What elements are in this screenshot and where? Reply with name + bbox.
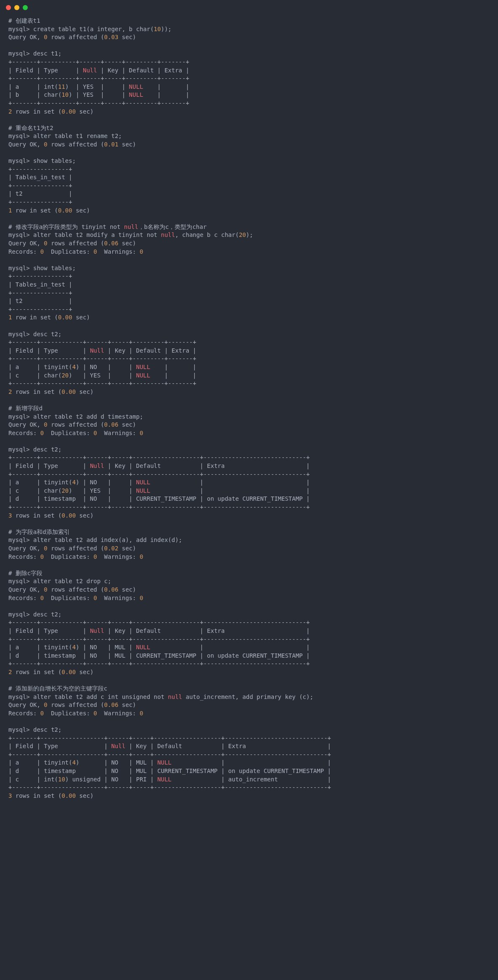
terminal-line: +----------------+ [8, 289, 490, 297]
terminal-line: +-------+------------------+------+-----… [8, 751, 490, 759]
minimize-icon[interactable] [14, 5, 19, 10]
mysql-prompt: mysql> [8, 611, 33, 618]
terminal-text: 0.00 [58, 314, 72, 321]
terminal-line: | Field | Type | Null | Key | Default | … [8, 347, 490, 355]
table-border: +-------+------------+------+-----+-----… [8, 454, 310, 461]
terminal-text: ) unsigned | NO | PRI | [65, 776, 157, 783]
terminal-text: 0 [93, 248, 97, 255]
terminal-text: desc t2; [33, 331, 61, 337]
table-border: +-------+----------+------+-----+-------… [8, 75, 189, 82]
terminal-text: NULL [136, 487, 150, 494]
close-icon[interactable] [6, 5, 11, 10]
terminal-text: )); [161, 26, 171, 32]
terminal-text: desc t2; [33, 726, 61, 733]
terminal-line [8, 602, 490, 611]
terminal-line: | a | tinyint(4) | NO | MUL | NULL | | [8, 643, 490, 652]
comment-text: # 删除c字段 [8, 570, 42, 576]
terminal-text: | Key | Default | Extra | [104, 627, 310, 634]
terminal-text: sec) [76, 388, 93, 395]
terminal-text: 0 [93, 595, 97, 601]
terminal-text: Null [111, 743, 125, 749]
terminal-line [8, 149, 490, 157]
terminal-line: mysql> alter table t2 add c int unsigned… [8, 693, 490, 701]
table-border: +-------+------------+------+-----+-----… [8, 380, 196, 387]
table-border: +-------+------------+------+-----+-----… [8, 636, 310, 643]
terminal-text: 0.06 [104, 421, 119, 428]
mysql-prompt: mysql> [8, 265, 33, 271]
terminal-text: 0 [140, 430, 143, 436]
terminal-text: 20 [61, 372, 69, 379]
terminal-text: rows in set ( [12, 792, 61, 799]
terminal-text: ) | NO | MUL | [76, 759, 157, 766]
terminal-text: rows affected ( [48, 586, 104, 593]
terminal-line: mysql> show tables; [8, 264, 490, 273]
table-row: | Tables_in_test | [8, 174, 72, 181]
terminal-text: Query OK, [8, 141, 44, 148]
terminal-line: Query OK, 0 rows affected (0.06 sec) [8, 239, 490, 248]
terminal-text: Records: [8, 595, 40, 601]
table-header: | Field | Type | [8, 743, 111, 749]
terminal-text: 0 [44, 240, 47, 247]
terminal-line: # 修改字段a的字段类型为 tinyint not null，b名称为c，类型为… [8, 223, 490, 231]
terminal-text: | | [150, 479, 310, 486]
table-border: +-------+------------+------+-----+-----… [8, 504, 310, 510]
terminal-text: | | [172, 759, 331, 766]
terminal-text: Duplicates: [44, 248, 93, 255]
terminal-text: Query OK, [8, 34, 44, 40]
comment-text: # 新增字段d [8, 405, 42, 412]
table-border: +----------------+ [8, 182, 72, 189]
terminal-text: NULL [129, 91, 143, 98]
terminal-text: ) | NO | | [76, 479, 136, 486]
mysql-prompt: mysql> [8, 726, 33, 733]
terminal-text: 10 [154, 26, 161, 32]
terminal-line: | Tables_in_test | [8, 173, 490, 182]
terminal-text: rows affected ( [48, 421, 104, 428]
terminal-text: Duplicates: [44, 595, 93, 601]
terminal-text: sec) [76, 512, 93, 519]
terminal-text: sec) [118, 701, 136, 708]
terminal-text: 10 [58, 776, 65, 783]
terminal-text: 0 [44, 421, 47, 428]
terminal-output[interactable]: # 创建表t1mysql> create table t1(a integer,… [0, 13, 498, 808]
terminal-text: ，b名称为c，类型为char [138, 223, 207, 230]
terminal-line: +-------+----------+------+-----+-------… [8, 99, 490, 108]
terminal-text: 0.00 [61, 108, 76, 115]
terminal-text: 0.03 [104, 34, 119, 40]
terminal-text: alter table t2 add d timestamp; [33, 413, 143, 420]
terminal-line: | t2 | [8, 190, 490, 198]
table-row: | b | char( [8, 91, 61, 98]
terminal-text: ); [246, 231, 253, 238]
terminal-text: Records: [8, 248, 40, 255]
terminal-text: desc t1; [33, 50, 61, 57]
table-border: +-------+----------+------+-----+-------… [8, 58, 189, 65]
terminal-line: mysql> alter table t2 drop c; [8, 577, 490, 586]
table-row: | t2 | [8, 190, 72, 197]
comment-text: # 重命名t1为t2 [8, 125, 53, 131]
terminal-text: rows affected ( [48, 701, 104, 708]
table-border: +-------+------------+------+-----+-----… [8, 339, 196, 345]
terminal-line: # 添加新的自增长不为空的主键字段c [8, 685, 490, 693]
terminal-line: | c | char(20) | YES | | NULL | | [8, 372, 490, 380]
terminal-text: null [124, 223, 138, 230]
terminal-text: 0 [93, 710, 97, 717]
terminal-text: auto_increment, add primary key (c); [182, 693, 313, 700]
terminal-line: +-------+------------+------+-----+-----… [8, 454, 490, 462]
terminal-line: +-------+----------+------+-----+-------… [8, 74, 490, 83]
terminal-text: | | [143, 83, 189, 90]
terminal-text: Warnings: [97, 430, 140, 436]
terminal-line: | a | int(11) | YES | | NULL | | [8, 83, 490, 91]
terminal-line: # 为字段a和d添加索引 [8, 528, 490, 536]
terminal-text: 20 [61, 487, 69, 494]
terminal-line [8, 42, 490, 50]
terminal-line [8, 116, 490, 124]
terminal-text: NULL [136, 364, 150, 370]
terminal-text: Warnings: [97, 553, 140, 560]
terminal-line: +-------+------------+------+-----+-----… [8, 338, 490, 347]
table-border: +-------+------------------+------+-----… [8, 784, 331, 791]
terminal-line [8, 396, 490, 404]
terminal-text: Null [83, 67, 97, 74]
terminal-text: , change b c char( [175, 231, 239, 238]
maximize-icon[interactable] [23, 5, 28, 10]
table-row: | d | timestamp | NO | MUL | CURRENT_TIM… [8, 652, 310, 659]
terminal-line: # 重命名t1为t2 [8, 124, 490, 133]
